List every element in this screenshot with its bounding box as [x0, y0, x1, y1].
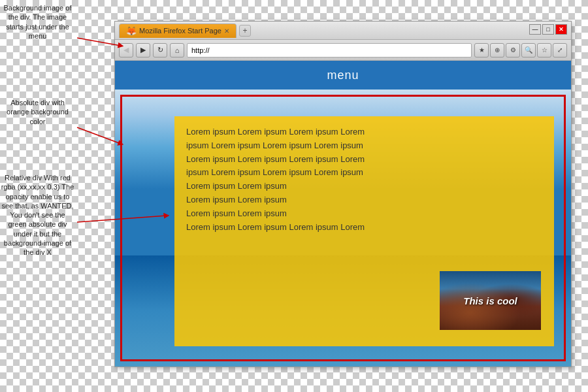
browser-titlebar: 🦊 Mozilla Firefox Start Page ✕ + — □ ✕ — [115, 22, 571, 40]
annotation-absolute-div: Absolute div with orange background colo… — [0, 98, 75, 126]
site-menu-bar: menu — [115, 61, 571, 90]
bookmark-list-icon[interactable]: ☆ — [537, 43, 551, 57]
browser-window: 🦊 Mozilla Firefox Start Page ✕ + — □ ✕ ◀… — [114, 21, 572, 367]
tab-label: Mozilla Firefox Start Page — [139, 27, 221, 35]
absolute-div-red-border: Lorem ipsum Lorem ipsum Lorem ipsum Lore… — [120, 95, 566, 361]
close-button[interactable]: ✕ — [555, 24, 567, 35]
cool-image-label: This is cool — [463, 295, 517, 306]
fullscreen-icon[interactable]: ⤢ — [553, 43, 567, 57]
lorem-text-block: Lorem ipsum Lorem ipsum Lorem ipsum Lore… — [186, 125, 542, 234]
browser-navbar: ◀ ▶ ↻ ⌂ ★ ⊕ ⚙ 🔍 ☆ ⤢ — [115, 40, 571, 61]
lorem-line-4: ipsum Lorem ipsum Lorem ipsum Lorem ipsu… — [186, 166, 542, 180]
annotation-bg-image: Background image of the div. The image s… — [0, 3, 75, 41]
cool-image-thumbnail: This is cool — [440, 271, 541, 330]
new-tab-button[interactable]: + — [239, 25, 251, 37]
url-bar[interactable] — [187, 43, 472, 57]
nav-right-icons: ★ ⊕ ⚙ 🔍 ☆ ⤢ — [474, 43, 567, 57]
lorem-line-1: Lorem ipsum Lorem ipsum Lorem ipsum Lore… — [186, 125, 542, 139]
bookmark-star-icon[interactable]: ★ — [474, 43, 489, 57]
back-button[interactable]: ◀ — [119, 43, 133, 57]
browser-tab[interactable]: 🦊 Mozilla Firefox Start Page ✕ — [119, 24, 237, 38]
lorem-line-3: Lorem ipsum Lorem ipsum Lorem ipsum Lore… — [186, 153, 542, 167]
left-annotations-panel: Background image of the div. The image s… — [0, 0, 105, 392]
window-controls: — □ ✕ — [529, 24, 567, 35]
tools-icon[interactable]: ⚙ — [506, 43, 520, 57]
forward-button[interactable]: ▶ — [136, 43, 150, 57]
menu-label: menu — [327, 69, 359, 82]
lorem-line-8: Lorem ipsum Lorem ipsum Lorem ipsum Lore… — [186, 221, 542, 235]
zoom-icon[interactable]: ⊕ — [490, 43, 504, 57]
minimize-button[interactable]: — — [529, 24, 541, 35]
lorem-line-6: Lorem ipsum Lorem ipsum — [186, 193, 542, 207]
tab-close-icon[interactable]: ✕ — [224, 27, 229, 35]
browser-content: menu Lorem ipsum Lorem ipsum Lorem ipsum… — [115, 61, 571, 367]
relative-div-yellow: Lorem ipsum Lorem ipsum Lorem ipsum Lore… — [174, 116, 554, 346]
annotation-relative-div: Relative div With red rgba (xx,xx,xx 0.3… — [0, 173, 75, 257]
site-body: Lorem ipsum Lorem ipsum Lorem ipsum Lore… — [115, 90, 571, 367]
refresh-button[interactable]: ↻ — [153, 43, 167, 57]
search-icon[interactable]: 🔍 — [521, 43, 536, 57]
maximize-button[interactable]: □ — [542, 24, 554, 35]
firefox-tab-icon: 🦊 — [126, 26, 137, 36]
lorem-line-2: ipsum Lorem ipsum Lorem ipsum Lorem ipsu… — [186, 139, 542, 153]
lorem-line-5: Lorem ipsum Lorem ipsum — [186, 180, 542, 193]
lorem-line-7: Lorem ipsum Lorem ipsum — [186, 207, 542, 221]
home-button[interactable]: ⌂ — [170, 43, 184, 57]
